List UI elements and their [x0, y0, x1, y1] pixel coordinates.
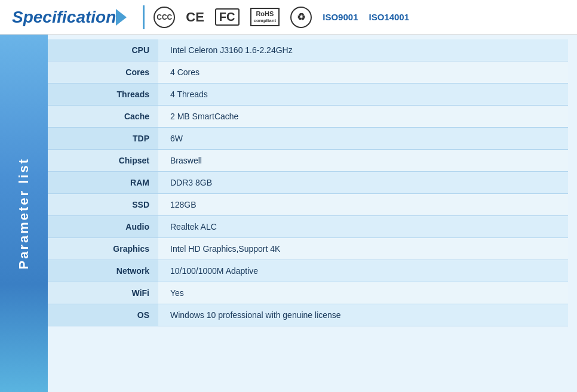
table-row: AudioRealtek ALC: [48, 216, 568, 238]
spec-value: 10/100/1000M Adaptive: [158, 260, 568, 282]
spec-value: Braswell: [158, 150, 568, 172]
ce-icon: CE: [186, 10, 204, 25]
spec-label: CPU: [48, 39, 158, 61]
table-row: Network10/100/1000M Adaptive: [48, 260, 568, 282]
recycle-icon: ♻: [290, 7, 312, 28]
table-row: WiFiYes: [48, 282, 568, 304]
header-divider: [143, 5, 145, 29]
header: Specification CCC CE FC RoHS compliant ♻…: [0, 0, 577, 35]
table-row: ChipsetBraswell: [48, 150, 568, 172]
table-row: TDP6W: [48, 128, 568, 150]
spec-value: 4 Threads: [158, 84, 568, 106]
iso14001-label: ISO14001: [369, 12, 410, 22]
spec-value: DDR3 8GB: [158, 172, 568, 194]
fc-icon: FC: [215, 8, 240, 26]
spec-label: Network: [48, 260, 158, 282]
spec-label: SSD: [48, 194, 158, 216]
spec-value: Windows 10 professional with genuine lic…: [158, 304, 568, 326]
table-row: SSD128GB: [48, 194, 568, 216]
spec-value: 4 Cores: [158, 61, 568, 84]
table-row: RAMDDR3 8GB: [48, 172, 568, 194]
spec-value: Intel Celeron J3160 1.6-2.24GHz: [158, 39, 568, 61]
main-content: Parameter list CPUIntel Celeron J3160 1.…: [0, 35, 577, 392]
rohs-icon: RoHS compliant: [250, 8, 280, 26]
spec-label: Threads: [48, 84, 158, 106]
spec-table: CPUIntel Celeron J3160 1.6-2.24GHzCores4…: [48, 39, 568, 326]
spec-label: RAM: [48, 172, 158, 194]
spec-value: 128GB: [158, 194, 568, 216]
spec-table-area: CPUIntel Celeron J3160 1.6-2.24GHzCores4…: [48, 35, 577, 392]
table-row: Cores4 Cores: [48, 61, 568, 84]
spec-label: OS: [48, 304, 158, 326]
spec-label: Chipset: [48, 150, 158, 172]
spec-value: 6W: [158, 128, 568, 150]
spec-label: Cache: [48, 106, 158, 128]
table-row: Cache2 MB SmartCache: [48, 106, 568, 128]
spec-value: 2 MB SmartCache: [158, 106, 568, 128]
spec-label: Cores: [48, 61, 158, 84]
spec-label: Audio: [48, 216, 158, 238]
spec-label: TDP: [48, 128, 158, 150]
table-row: CPUIntel Celeron J3160 1.6-2.24GHz: [48, 39, 568, 61]
spec-value: Realtek ALC: [158, 216, 568, 238]
table-row: OSWindows 10 professional with genuine l…: [48, 304, 568, 326]
table-row: GraphicsIntel HD Graphics,Support 4K: [48, 238, 568, 260]
sidebar-label: Parameter list: [16, 158, 32, 270]
spec-label: Graphics: [48, 238, 158, 260]
certification-icons: CCC CE FC RoHS compliant ♻ ISO9001 ISO14…: [154, 7, 565, 28]
page-title: Specification: [12, 8, 116, 27]
table-row: Threads4 Threads: [48, 84, 568, 106]
spec-label: WiFi: [48, 282, 158, 304]
iso9001-label: ISO9001: [323, 12, 358, 22]
sidebar: Parameter list: [0, 35, 48, 392]
spec-value: Intel HD Graphics,Support 4K: [158, 238, 568, 260]
spec-value: Yes: [158, 282, 568, 304]
ccc-icon: CCC: [154, 7, 175, 28]
